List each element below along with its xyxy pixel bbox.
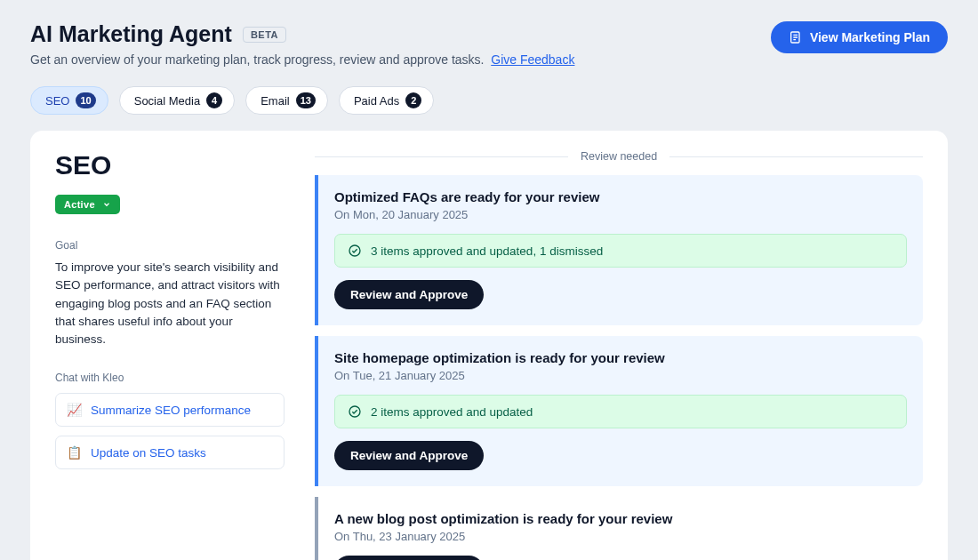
chat-item-label: Summarize SEO performance bbox=[91, 404, 251, 417]
view-marketing-plan-button[interactable]: View Marketing Plan bbox=[771, 21, 948, 53]
approved-text: 2 items approved and updated bbox=[371, 405, 533, 419]
review-approve-button[interactable]: Review and Approve bbox=[334, 441, 484, 470]
page-title: AI Marketing Agent bbox=[30, 21, 232, 47]
task-card: Optimized FAQs are ready for your review… bbox=[315, 175, 923, 325]
review-header: Review needed bbox=[315, 150, 923, 163]
tab-count: 2 bbox=[405, 92, 421, 108]
task-title: A new blog post optimization is ready fo… bbox=[334, 511, 907, 526]
approved-strip: 2 items approved and updated bbox=[334, 395, 907, 428]
tab-label: SEO bbox=[45, 94, 69, 108]
review-approve-button[interactable]: Review and Approve bbox=[334, 280, 484, 309]
tab-social-media[interactable]: Social Media 4 bbox=[119, 86, 235, 115]
tab-email[interactable]: Email 13 bbox=[245, 86, 328, 115]
task-card: Site homepage optimization is ready for … bbox=[315, 336, 923, 486]
tab-count: 10 bbox=[76, 92, 95, 108]
chat-summarize-seo[interactable]: 📈 Summarize SEO performance bbox=[55, 393, 285, 427]
task-card: A new blog post optimization is ready fo… bbox=[315, 497, 923, 560]
tab-label: Email bbox=[261, 94, 290, 108]
clipboard-icon: 📋 bbox=[67, 445, 82, 460]
plan-icon bbox=[789, 30, 803, 44]
svg-point-1 bbox=[349, 245, 360, 256]
goal-label: Goal bbox=[55, 239, 285, 252]
chevron-down-icon bbox=[102, 200, 111, 209]
check-circle-icon bbox=[348, 404, 362, 419]
goal-text: To improve your site's search visibility… bbox=[55, 259, 285, 348]
approved-text: 3 items approved and updated, 1 dismisse… bbox=[371, 244, 603, 258]
chart-icon: 📈 bbox=[67, 403, 82, 417]
subtitle-text: Get an overview of your marketing plan, … bbox=[30, 52, 484, 67]
section-title: SEO bbox=[55, 150, 285, 180]
tab-label: Paid Ads bbox=[354, 94, 399, 108]
task-date: On Mon, 20 January 2025 bbox=[334, 208, 907, 221]
tab-seo[interactable]: SEO 10 bbox=[30, 86, 108, 115]
review-header-text: Review needed bbox=[581, 150, 657, 163]
svg-point-2 bbox=[349, 406, 360, 417]
chat-item-label: Update on SEO tasks bbox=[91, 446, 206, 460]
task-date: On Tue, 21 January 2025 bbox=[334, 369, 907, 382]
task-title: Optimized FAQs are ready for your review bbox=[334, 189, 907, 204]
page-subtitle: Get an overview of your marketing plan, … bbox=[30, 52, 574, 67]
review-approve-button[interactable]: Review and Approve bbox=[334, 556, 484, 560]
tab-count: 4 bbox=[206, 92, 222, 108]
task-title: Site homepage optimization is ready for … bbox=[334, 350, 907, 365]
tab-label: Social Media bbox=[134, 94, 200, 108]
check-circle-icon bbox=[348, 244, 362, 258]
tab-paid-ads[interactable]: Paid Ads 2 bbox=[339, 86, 434, 115]
status-label: Active bbox=[64, 199, 95, 210]
status-dropdown[interactable]: Active bbox=[55, 195, 120, 214]
approved-strip: 3 items approved and updated, 1 dismisse… bbox=[334, 234, 907, 268]
give-feedback-link[interactable]: Give Feedback bbox=[491, 52, 574, 67]
tab-bar: SEO 10 Social Media 4 Email 13 Paid Ads … bbox=[30, 86, 948, 115]
chat-update-seo-tasks[interactable]: 📋 Update on SEO tasks bbox=[55, 436, 285, 469]
beta-badge: BETA bbox=[243, 27, 286, 43]
task-date: On Thu, 23 January 2025 bbox=[334, 530, 907, 543]
cta-label: View Marketing Plan bbox=[810, 30, 930, 44]
tab-count: 13 bbox=[296, 92, 316, 108]
chat-label: Chat with Kleo bbox=[55, 372, 285, 384]
